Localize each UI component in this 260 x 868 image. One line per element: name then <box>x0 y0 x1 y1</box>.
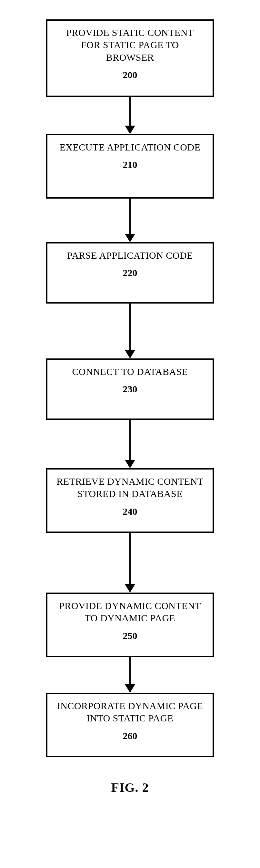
arrow-shaft <box>129 657 131 685</box>
flow-node-220: PARSE APPLICATION CODE 220 <box>46 242 214 304</box>
arrow-shaft <box>129 97 131 126</box>
flow-arrow <box>125 420 135 468</box>
flow-node-260: INCORPORATE DYNAMIC PAGE INTO STATIC PAG… <box>46 693 214 757</box>
flow-node-label: EXECUTE APPLICATION CODE <box>60 141 201 153</box>
flowchart: PROVIDE STATIC CONTENT FOR STATIC PAGE T… <box>0 20 260 757</box>
flow-node-250: PROVIDE DYNAMIC CONTENT TO DYNAMIC PAGE … <box>46 593 214 657</box>
flow-node-label: PROVIDE DYNAMIC CONTENT TO DYNAMIC PAGE <box>59 600 201 624</box>
flow-node-label: PROVIDE STATIC CONTENT FOR STATIC PAGE T… <box>66 27 194 64</box>
flow-node-ref: 250 <box>123 630 137 641</box>
figure-caption: FIG. 2 <box>0 780 260 795</box>
arrow-head-icon <box>125 126 135 134</box>
arrow-shaft <box>129 198 131 234</box>
flow-arrow <box>125 657 135 693</box>
flow-arrow <box>125 198 135 242</box>
arrow-head-icon <box>125 350 135 359</box>
flow-node-ref: 230 <box>123 383 137 395</box>
flow-node-ref: 240 <box>123 506 137 517</box>
arrow-shaft <box>129 304 131 350</box>
arrow-head-icon <box>125 234 135 242</box>
flow-arrow <box>125 304 135 359</box>
flow-node-label: PARSE APPLICATION CODE <box>67 249 193 261</box>
flow-node-ref: 210 <box>123 159 137 170</box>
flow-arrow <box>125 533 135 593</box>
flow-node-210: EXECUTE APPLICATION CODE 210 <box>46 134 214 198</box>
arrow-shaft <box>129 420 131 460</box>
flow-node-ref: 220 <box>123 268 137 278</box>
arrow-head-icon <box>125 460 135 468</box>
flow-node-label: INCORPORATE DYNAMIC PAGE INTO STATIC PAG… <box>57 700 203 724</box>
flow-node-200: PROVIDE STATIC CONTENT FOR STATIC PAGE T… <box>46 20 214 97</box>
flow-node-label: CONNECT TO DATABASE <box>72 366 188 378</box>
flow-node-label: RETRIEVE DYNAMIC CONTENT STORED IN DATAB… <box>57 475 203 500</box>
arrow-shaft <box>129 533 131 585</box>
arrow-head-icon <box>125 684 135 693</box>
flow-node-230: CONNECT TO DATABASE 230 <box>46 359 214 420</box>
flow-arrow <box>125 97 135 134</box>
flowchart-figure: PROVIDE STATIC CONTENT FOR STATIC PAGE T… <box>0 0 260 808</box>
flow-node-ref: 260 <box>123 731 137 741</box>
arrow-head-icon <box>125 584 135 593</box>
flow-node-ref: 200 <box>123 69 137 81</box>
flow-node-240: RETRIEVE DYNAMIC CONTENT STORED IN DATAB… <box>46 468 214 533</box>
